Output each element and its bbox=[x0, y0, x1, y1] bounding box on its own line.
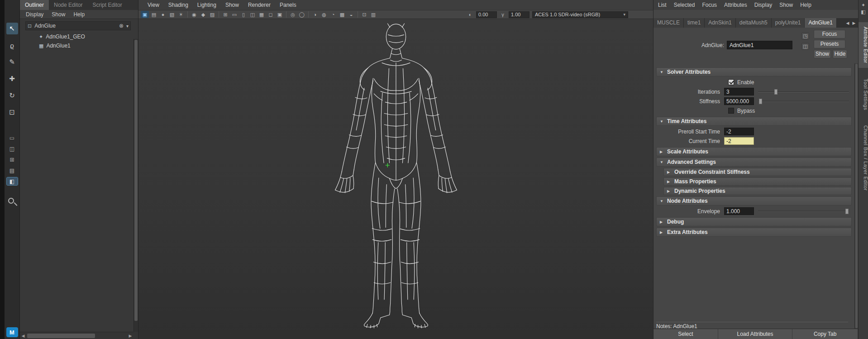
multisample-icon[interactable]: ▩ bbox=[338, 11, 346, 18]
preroll-start-time-field[interactable]: -2 bbox=[724, 128, 754, 135]
tab-node-editor[interactable]: Node Editor bbox=[49, 0, 87, 10]
outliner-vertical-scrollbar[interactable] bbox=[134, 39, 138, 332]
menu-show[interactable]: Show bbox=[776, 0, 796, 10]
image-plane-icon[interactable]: ▨ bbox=[208, 11, 216, 18]
viewport-canvas[interactable] bbox=[138, 19, 653, 339]
frame-selected-icon[interactable]: ◎ bbox=[289, 11, 297, 18]
lighting-icon[interactable]: ☀ bbox=[177, 11, 185, 18]
grid-icon[interactable]: ⊞ bbox=[221, 11, 229, 18]
select-tool-icon[interactable]: ↖ bbox=[6, 23, 18, 34]
menu-display[interactable]: Display bbox=[751, 0, 776, 10]
menu-lighting[interactable]: Lighting bbox=[193, 0, 221, 10]
menu-help[interactable]: Help bbox=[69, 10, 89, 19]
safe-action-icon[interactable]: ◻ bbox=[267, 11, 275, 18]
section-override-constraint-stiffness[interactable]: ▶ Override Constraint Stiffness bbox=[663, 168, 852, 176]
menu-view[interactable]: View bbox=[143, 0, 164, 10]
outliner-item-adnglue1-geo[interactable]: ✦ AdnGlue1_GEO bbox=[20, 32, 138, 41]
attribute-editor-scrollbar[interactable] bbox=[854, 63, 858, 329]
paint-selection-tool-icon[interactable]: ✎ bbox=[6, 56, 18, 68]
hide-button[interactable]: Hide bbox=[833, 50, 847, 58]
shadows-icon[interactable]: ◑ bbox=[311, 11, 319, 18]
slider-knob[interactable] bbox=[845, 209, 849, 214]
exposure-icon[interactable]: ◐ bbox=[466, 11, 474, 18]
menu-help[interactable]: Help bbox=[796, 0, 815, 10]
menu-shading[interactable]: Shading bbox=[164, 0, 193, 10]
resolution-gate-icon[interactable]: ▯ bbox=[239, 11, 248, 18]
scrollbar-thumb[interactable] bbox=[855, 64, 858, 328]
focus-button[interactable]: Focus bbox=[814, 30, 845, 38]
sidebar-tab-channel-box[interactable]: Channel Box / Layer Editor bbox=[858, 121, 868, 195]
tab-script-editor[interactable]: Script Editor bbox=[87, 0, 127, 10]
envelope-field[interactable]: 1.000 bbox=[724, 207, 754, 215]
show-button[interactable]: Show bbox=[814, 50, 831, 58]
outliner-filter-field[interactable]: ⊡ AdnGlue ⊗ ▾ bbox=[25, 21, 131, 30]
sidebar-tab-attribute-editor[interactable]: Attribute Editor bbox=[858, 22, 868, 68]
copy-tab-icon[interactable]: ◫ bbox=[801, 43, 809, 50]
panels-icon[interactable]: ◧ bbox=[861, 9, 865, 16]
tab-adnglue1[interactable]: AdnGlue1 bbox=[805, 18, 836, 28]
tab-outliner[interactable]: Outliner bbox=[20, 0, 49, 10]
gamma-field[interactable]: 1.00 bbox=[509, 11, 529, 18]
outliner-horizontal-scrollbar[interactable]: ◀ ▶ bbox=[20, 332, 134, 339]
node-name-field[interactable]: AdnGlue1 bbox=[727, 41, 792, 49]
menu-display[interactable]: Display bbox=[22, 10, 48, 19]
scrollbar-thumb[interactable] bbox=[134, 40, 138, 321]
shaded-icon[interactable]: ● bbox=[159, 11, 167, 18]
textured-icon[interactable]: ▧ bbox=[168, 11, 176, 18]
outliner-tree[interactable]: ⊡ AdnGlue ⊗ ▾ ✦ AdnGlue1_GEO ▦ AdnGlue1 … bbox=[20, 19, 138, 339]
layout-outliner-persp-icon[interactable]: ◧ bbox=[7, 177, 18, 185]
load-attributes-button[interactable]: Load Attributes bbox=[718, 329, 793, 339]
depth-of-field-icon[interactable]: ◒ bbox=[347, 11, 355, 18]
tab-scroll-left-icon[interactable]: ◀ bbox=[845, 21, 850, 25]
slider-knob[interactable] bbox=[759, 99, 762, 104]
tab-time1[interactable]: time1 bbox=[684, 18, 705, 28]
exposure-field[interactable]: 0.00 bbox=[476, 11, 497, 18]
ambient-occlusion-icon[interactable]: ◍ bbox=[320, 11, 328, 18]
layout-four-pane-icon[interactable]: ⊞ bbox=[7, 156, 18, 163]
tab-adnskin1[interactable]: AdnSkin1 bbox=[705, 18, 735, 28]
layout-two-pane-icon[interactable]: ◫ bbox=[7, 145, 18, 153]
outliner-item-adnglue1[interactable]: ▦ AdnGlue1 bbox=[20, 41, 138, 50]
bypass-checkbox[interactable] bbox=[728, 108, 734, 114]
current-time-field[interactable]: -2 bbox=[724, 137, 754, 145]
wireframe-model[interactable] bbox=[326, 23, 466, 333]
tab-scroll-right-icon[interactable]: ▶ bbox=[851, 21, 857, 25]
envelope-slider[interactable] bbox=[758, 207, 849, 215]
tab-deltamush5[interactable]: deltaMush5 bbox=[736, 18, 772, 28]
shading-mode-icon[interactable]: ▣ bbox=[141, 11, 149, 18]
isolate-select-icon[interactable]: ⊡ bbox=[360, 11, 368, 18]
menu-attributes[interactable]: Attributes bbox=[720, 0, 751, 10]
copy-tab-button[interactable]: Copy Tab bbox=[792, 329, 858, 339]
stiffness-slider[interactable] bbox=[758, 97, 849, 105]
gate-mask-icon[interactable]: ◫ bbox=[248, 11, 257, 18]
presets-button[interactable]: Presets bbox=[814, 40, 845, 48]
iterations-field[interactable]: 3 bbox=[724, 88, 754, 95]
gamma-icon[interactable]: γ bbox=[499, 11, 507, 18]
layout-split-pane-icon[interactable]: ▤ bbox=[7, 167, 18, 174]
filter-caret-icon[interactable]: ▾ bbox=[126, 24, 129, 29]
stiffness-field[interactable]: 5000.000 bbox=[724, 97, 754, 105]
tab-muscle[interactable]: MUSCLE bbox=[653, 18, 684, 28]
menu-renderer[interactable]: Renderer bbox=[243, 0, 275, 10]
section-node-attributes[interactable]: ▼ Node Attributes bbox=[656, 196, 852, 205]
bookmark-icon[interactable]: ◆ bbox=[199, 11, 207, 18]
section-scale-attributes[interactable]: ▶ Scale Attributes bbox=[656, 147, 852, 156]
slider-knob[interactable] bbox=[774, 89, 777, 95]
section-solver-attributes[interactable]: ▼ Solver Attributes bbox=[656, 67, 852, 76]
lasso-tool-icon[interactable]: ϱ bbox=[6, 39, 18, 51]
section-mass-properties[interactable]: ▶ Mass Properties bbox=[663, 177, 852, 186]
section-debug[interactable]: ▶ Debug bbox=[656, 217, 852, 226]
section-advanced-settings[interactable]: ▼ Advanced Settings bbox=[656, 158, 852, 167]
section-time-attributes[interactable]: ▼ Time Attributes bbox=[656, 117, 852, 126]
enable-checkbox[interactable] bbox=[728, 79, 734, 85]
zoom-tool[interactable] bbox=[6, 196, 18, 208]
menu-focus[interactable]: Focus bbox=[698, 0, 720, 10]
camera-icon[interactable]: ◉ bbox=[190, 11, 198, 18]
select-button[interactable]: Select bbox=[653, 329, 718, 339]
menu-show[interactable]: Show bbox=[221, 0, 243, 10]
section-extra-attributes[interactable]: ▶ Extra Attributes bbox=[656, 228, 852, 237]
field-chart-icon[interactable]: ▦ bbox=[258, 11, 266, 18]
tab-polyunite1[interactable]: polyUnite1 bbox=[772, 18, 805, 28]
scale-tool-icon[interactable]: ⊡ bbox=[6, 106, 18, 118]
scroll-left-icon[interactable]: ◀ bbox=[20, 334, 26, 338]
